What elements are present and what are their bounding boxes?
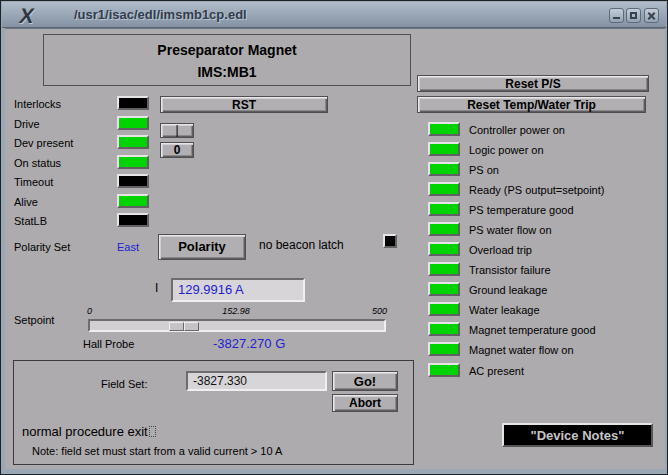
beacon-latch-text: no beacon latch — [259, 238, 344, 252]
status-label-overload-trip: Overload trip — [469, 243, 532, 257]
field-set-input[interactable] — [186, 371, 327, 391]
maximize-button[interactable] — [626, 8, 641, 23]
status-label-alive: Alive — [14, 195, 38, 209]
status-label-magnet-temperature: Magnet temperature good — [469, 323, 596, 337]
setpoint-scale-mid: 152.98 — [211, 306, 261, 316]
panel-title-box: Preseparator Magnet IMS:MB1 — [43, 34, 411, 86]
titlebar[interactable]: X /usr1/isac/edl/imsmb1cp.edl — [2, 2, 666, 28]
status-label-magnet-water-flow: Magnet water flow on — [469, 343, 574, 357]
status-label-water-leakage: Water leakage — [469, 303, 540, 317]
polarity-button[interactable]: Polarity — [158, 234, 246, 260]
led-ready — [428, 182, 460, 196]
field-set-groupbox: Field Set: Go! Abort normal procedure ex… — [13, 360, 414, 465]
reset-temp-water-button[interactable]: Reset Temp/Water Trip — [417, 96, 646, 113]
led-statlb — [117, 213, 149, 227]
panel-title-line1: Preseparator Magnet — [44, 42, 410, 58]
led-overload-trip — [428, 242, 460, 256]
current-readback-field: 129.9916 A — [171, 278, 305, 302]
polarity-value: East — [117, 240, 139, 254]
status-label-ps-on: PS on — [469, 163, 499, 177]
led-ps-water-flow — [428, 222, 460, 236]
status-label-statlb: StatLB — [14, 214, 47, 228]
status-label-ground-leakage: Ground leakage — [469, 283, 547, 297]
edm-window: X /usr1/isac/edl/imsmb1cp.edl Preseparat… — [0, 0, 668, 475]
go-button[interactable]: Go! — [332, 371, 398, 391]
minimize-button[interactable] — [609, 8, 624, 23]
procedure-status-text: normal procedure exit — [22, 424, 156, 439]
x11-logo-icon: X — [18, 4, 57, 26]
bar-button[interactable]: | — [160, 123, 194, 138]
led-interlocks — [117, 96, 149, 110]
led-logic-power — [428, 142, 460, 156]
abort-button[interactable]: Abort — [332, 394, 398, 412]
led-dev-present — [117, 135, 149, 149]
status-label-drive: Drive — [14, 117, 40, 131]
field-set-note: Note: field set must start from a valid … — [32, 444, 282, 458]
led-ground-leakage — [428, 282, 460, 296]
window-title: /usr1/isac/edl/imsmb1cp.edl — [74, 7, 247, 22]
setpoint-label: Setpoint — [14, 313, 54, 327]
text-cursor — [149, 426, 156, 437]
setpoint-scale-max: 500 — [372, 306, 387, 316]
reset-ps-button[interactable]: Reset P/S — [417, 75, 649, 92]
close-button[interactable] — [644, 8, 659, 23]
led-on-status — [117, 155, 149, 169]
led-timeout — [117, 174, 149, 188]
device-notes-button[interactable]: "Device Notes" — [502, 423, 653, 447]
status-label-logic-power: Logic power on — [469, 143, 544, 157]
field-set-label: Field Set: — [101, 377, 147, 391]
setpoint-slider-thumb[interactable] — [169, 322, 199, 331]
status-label-ready: Ready (PS output=setpoint) — [469, 183, 604, 197]
panel-title-line2: IMS:MB1 — [44, 64, 410, 80]
status-label-on-status: On status — [14, 156, 61, 170]
setpoint-scale-min: 0 — [87, 306, 92, 316]
current-label: I — [155, 281, 158, 295]
beacon-latch-led — [383, 234, 397, 248]
led-magnet-water-flow — [428, 342, 460, 356]
led-water-leakage — [428, 302, 460, 316]
led-ac-present — [428, 363, 460, 377]
hall-probe-label: Hall Probe — [83, 337, 134, 351]
led-magnet-temperature — [428, 322, 460, 336]
led-ps-on — [428, 162, 460, 176]
panel-content: Preseparator Magnet IMS:MB1 Interlocks D… — [5, 28, 665, 469]
hall-probe-value: -3827.270 G — [213, 336, 285, 351]
rst-button[interactable]: RST — [160, 96, 328, 113]
zero-button[interactable]: 0 — [160, 142, 194, 158]
status-label-dev-present: Dev present — [14, 136, 73, 150]
polarity-set-label: Polarity Set — [14, 240, 70, 254]
led-controller-power — [428, 122, 460, 136]
status-label-transistor-failure: Transistor failure — [469, 263, 551, 277]
maximize-icon — [630, 12, 637, 19]
led-drive — [117, 116, 149, 130]
minimize-icon — [613, 17, 620, 19]
status-label-timeout: Timeout — [14, 175, 53, 189]
led-ps-temperature — [428, 202, 460, 216]
setpoint-slider-track[interactable] — [88, 319, 386, 332]
status-label-ps-temperature: PS temperature good — [469, 203, 574, 217]
status-label-interlocks: Interlocks — [14, 97, 61, 111]
led-alive — [117, 194, 149, 208]
led-transistor-failure — [428, 262, 460, 276]
status-label-ps-water-flow: PS water flow on — [469, 223, 552, 237]
status-label-controller-power: Controller power on — [469, 123, 565, 137]
status-label-ac-present: AC present — [469, 364, 524, 378]
